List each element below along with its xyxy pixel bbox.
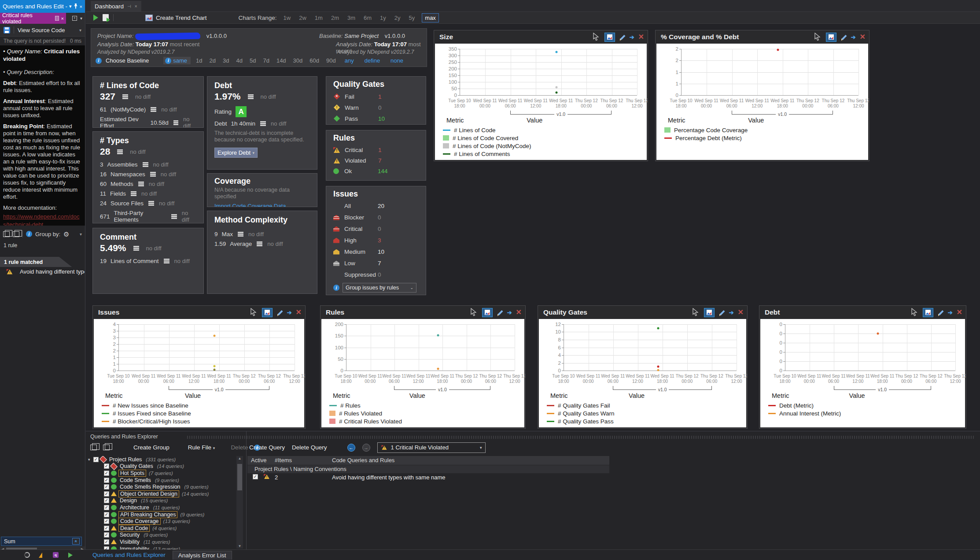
checkbox[interactable]: ✓ (104, 526, 109, 531)
rule-name[interactable]: Avoid having different types with same n… (332, 474, 446, 481)
pin-icon[interactable]: ⊣ (127, 4, 131, 9)
tree-item-hot-spots[interactable]: ✓Hot Spots(7 queries) (86, 470, 236, 477)
tab-queries-and-rules-explorer[interactable]: Queries and Rules Explorer (88, 552, 170, 558)
show-chart-button[interactable] (826, 33, 836, 42)
range-option-6m[interactable]: 6m (362, 14, 373, 22)
rule-active-checkb[interactable]: ✓ (253, 474, 258, 479)
remove-chart-icon[interactable]: ✕ (860, 33, 866, 41)
tree-item-immutability[interactable]: ✓Immutability(13 queries) (86, 545, 236, 549)
export-chart-icon[interactable]: ➔ (948, 309, 953, 316)
tree-item-project-rules[interactable]: ▾✓Project Rules(331 queries) (86, 456, 236, 463)
checkbox[interactable]: ✓ (104, 539, 109, 545)
import-coverage-link[interactable]: Import Code Coverage Data (214, 203, 310, 207)
explore-debt-button[interactable]: Explore Debt▾ (214, 148, 258, 158)
column-code-queries[interactable]: Code Queries and Rules (332, 457, 394, 464)
export-chart-icon[interactable]: ➔ (729, 309, 734, 316)
baseline-option-none[interactable]: none (387, 57, 407, 64)
edit-chart-icon[interactable] (497, 309, 503, 316)
info-icon[interactable]: i (26, 231, 32, 237)
baseline-option-5d[interactable]: 5d (248, 57, 258, 64)
edit-chart-icon[interactable] (937, 309, 944, 316)
sum-row[interactable]: Sum « (1, 537, 82, 546)
remove-chart-icon[interactable]: ✕ (957, 309, 962, 316)
range-option-1m[interactable]: 1m (313, 14, 324, 22)
new-query-icon[interactable]: + (72, 16, 77, 21)
export-chart-icon[interactable]: ➔ (630, 34, 634, 41)
scroll-up-icon[interactable]: ▲ (236, 456, 243, 460)
checkbox[interactable]: ✓ (104, 512, 109, 517)
tree-item-api-breaking-changes[interactable]: ✓API Breaking Changes(9 queries) (86, 511, 236, 518)
range-option-5y[interactable]: 5y (408, 14, 416, 22)
range-option-max[interactable]: max (422, 13, 439, 22)
documentation-link[interactable]: https://www.ndepend.com/docs/technical-d… (3, 213, 79, 226)
range-option-2m[interactable]: 2m (330, 14, 340, 22)
edit-chart-icon[interactable] (718, 309, 725, 316)
range-option-2w[interactable]: 2w (298, 14, 308, 22)
show-chart-button[interactable] (262, 308, 273, 317)
baseline-option-any[interactable]: any (341, 57, 357, 64)
range-option-2y[interactable]: 2y (393, 14, 402, 22)
checkbox[interactable]: ✓ (104, 484, 109, 490)
show-chart-button[interactable] (604, 33, 615, 42)
tree-item-quality-gates[interactable]: ✓Quality Gates(14 queries) (86, 463, 236, 470)
query-editor-area[interactable]: • Query Name: Critical rules violated • … (0, 45, 85, 226)
chevron-down-icon[interactable]: ▾ (80, 16, 82, 21)
checkbox[interactable]: ✓ (104, 464, 109, 469)
collapse-all-icon[interactable] (103, 445, 110, 450)
expand-all-icon[interactable] (90, 445, 97, 450)
panel-header[interactable]: Queries and Rules Edit -... ▾ × (0, 0, 85, 13)
remove-chart-icon[interactable]: ✕ (296, 309, 302, 316)
checkbox[interactable]: ✓ (104, 498, 109, 503)
range-option-1w[interactable]: 1w (282, 14, 292, 22)
run-icon[interactable] (68, 553, 73, 558)
export-chart-icon[interactable]: ➔ (507, 309, 512, 316)
violated-rules-dropdown[interactable]: 1 Critical Rule Violated ▾ (377, 442, 486, 453)
tree-item-dead-code[interactable]: ✓Dead Code(4 queries) (86, 525, 236, 532)
chevron-down-icon[interactable]: ▾ (80, 232, 82, 237)
xml-query-icon[interactable]: q (53, 552, 59, 558)
create-group-button[interactable]: Create Group (133, 444, 169, 451)
rule-result-row[interactable]: ✓ 2 Avoid having different types with sa… (247, 474, 609, 482)
scrollbar-thumb[interactable] (237, 464, 242, 490)
tab-analysis-error-list[interactable]: Analysis Error List (173, 551, 232, 560)
checkbox[interactable]: ✓ (93, 457, 99, 462)
create-trend-chart-button[interactable]: Create Trend Chart (145, 15, 207, 21)
tree-item-design[interactable]: ✓Design(15 queries) (86, 497, 236, 504)
remove-chart-icon[interactable]: ✕ (738, 309, 744, 316)
checkbox[interactable]: ✓ (104, 505, 109, 510)
remove-chart-icon[interactable]: ✕ (638, 33, 644, 41)
show-chart-button[interactable] (704, 308, 715, 317)
baseline-option-90d[interactable]: 90d (324, 57, 338, 64)
checkbox[interactable]: ✓ (104, 532, 109, 538)
collapse-panel-button[interactable]: « (72, 538, 80, 545)
lightning-icon[interactable] (39, 553, 44, 558)
edit-chart-icon[interactable] (619, 34, 626, 41)
delete-button[interactable]: Delete (231, 444, 248, 451)
baseline-option-30d[interactable]: 30d (291, 57, 305, 64)
column-items[interactable]: #Items (275, 457, 292, 464)
expand-all-icon[interactable] (3, 231, 10, 237)
expander-icon[interactable]: ▾ (88, 457, 93, 462)
tree-item-code-smells[interactable]: ✓Code Smells(9 queries) (86, 477, 236, 484)
tree-item-code-coverage[interactable]: ✓Code Coverage(13 queries) (86, 518, 236, 525)
checkbox[interactable]: ✓ (104, 478, 109, 483)
close-icon[interactable]: × (80, 4, 82, 9)
tab-dashboard[interactable]: Dashboard ⊣ × (91, 1, 141, 11)
show-chart-button[interactable] (923, 308, 933, 317)
export-chart-icon[interactable]: ➔ (287, 309, 292, 316)
collapse-all-icon[interactable] (13, 231, 19, 237)
gear-icon[interactable]: ⚙ (63, 231, 69, 237)
range-option-1y[interactable]: 1y (379, 14, 387, 22)
circular-tool-icon[interactable] (24, 552, 30, 558)
scroll-down-icon[interactable]: ▼ (236, 544, 243, 548)
pin-icon[interactable] (74, 4, 78, 10)
tree-item-architecture[interactable]: ✓Architecture(11 queries) (86, 504, 236, 511)
rule-group-row[interactable]: Project Rules \ Naming Conventions (247, 465, 609, 473)
baseline-option-7d[interactable]: 7d (261, 57, 271, 64)
view-source-code-button[interactable]: View Source Code (18, 27, 76, 33)
baseline-option-3d[interactable]: 3d (221, 57, 231, 64)
export-chart-icon[interactable]: ➔ (851, 34, 856, 41)
baseline-option-60d[interactable]: 60d (308, 57, 321, 64)
edit-chart-icon[interactable] (276, 309, 283, 316)
checkbox[interactable]: ✓ (104, 491, 109, 497)
